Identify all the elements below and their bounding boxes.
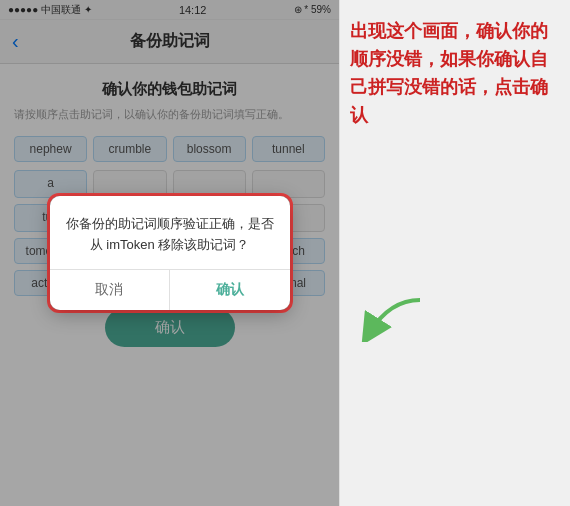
arrow-icon (350, 292, 430, 342)
dialog-highlight-border: 你备份的助记词顺序验证正确，是否从 imToken 移除该助记词？ 取消 确认 (47, 193, 293, 314)
dialog-overlay: 你备份的助记词顺序验证正确，是否从 imToken 移除该助记词？ 取消 确认 (0, 0, 339, 506)
dialog-content: 你备份的助记词顺序验证正确，是否从 imToken 移除该助记词？ (50, 196, 290, 270)
phone-mockup: ●●●●● 中国联通 ✦ 14:12 ⊛ * 59% ‹ 备份助记词 确认你的钱… (0, 0, 340, 506)
dialog-message: 你备份的助记词顺序验证正确，是否从 imToken 移除该助记词？ (66, 214, 274, 256)
dialog-cancel-button[interactable]: 取消 (50, 270, 171, 310)
annotation-text: 出现这个画面，确认你的顺序没错，如果你确认自己拼写没错的话，点击确认 (350, 18, 556, 130)
dialog-box: 你备份的助记词顺序验证正确，是否从 imToken 移除该助记词？ 取消 确认 (50, 196, 290, 311)
arrow-wrap (350, 292, 430, 346)
dialog-ok-button[interactable]: 确认 (170, 270, 290, 310)
dialog-actions: 取消 确认 (50, 269, 290, 310)
annotation-area: 出现这个画面，确认你的顺序没错，如果你确认自己拼写没错的话，点击确认 (340, 0, 570, 506)
